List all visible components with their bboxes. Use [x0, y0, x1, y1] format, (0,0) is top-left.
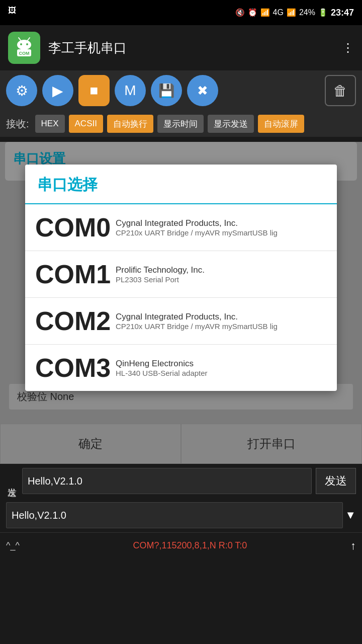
com-details-3: QinHeng Electronics HL-340 USB-Serial ad…	[116, 359, 208, 377]
scroll-up-icon[interactable]: ↑	[350, 539, 356, 552]
expand-button[interactable]: ✖	[187, 75, 218, 106]
android-serial-icon: COM	[11, 35, 37, 61]
com-vendor-2: Cygnal Integrated Products, Inc.	[116, 312, 278, 322]
com-item-0[interactable]: COM0 Cygnal Integrated Products, Inc. CP…	[25, 204, 337, 251]
app-title: 李工手机串口	[48, 39, 342, 57]
auto-scroll-button[interactable]: 自动滚屏	[258, 115, 304, 133]
bluetooth-icon: 🔇	[235, 8, 245, 17]
play-icon: ▶	[52, 83, 63, 99]
com-details-1: Prolific Technology, Inc. PL2303 Serial …	[116, 265, 205, 284]
com-device-3: HL-340 USB-Serial adapter	[116, 369, 208, 377]
time-display: 23:47	[331, 8, 354, 18]
com-selection-dialog: 串口选择 COM0 Cygnal Integrated Products, In…	[25, 165, 337, 391]
svg-point-1	[17, 40, 31, 50]
com-vendor-0: Cygnal Integrated Products, Inc.	[116, 218, 278, 228]
more-menu-icon[interactable]: ⋮	[342, 41, 354, 55]
signal-icon: 📶	[287, 8, 296, 17]
com-device-0: CP210x UART Bridge / myAVR mySmartUSB li…	[116, 228, 278, 237]
wifi-icon: 📶	[260, 8, 270, 17]
com-status-text: COM?,115200,8,1,N R:0 T:0	[30, 540, 350, 551]
status-bottom-bar: ^_^ COM?,115200,8,1,N R:0 T:0 ↑	[0, 532, 362, 558]
com-device-2: CP210x UART Bridge / myAVR mySmartUSB li…	[116, 322, 278, 331]
send-button[interactable]: 发送	[316, 468, 356, 494]
toolbar: ⚙ ▶ ■ M 💾 ✖ 🗑	[0, 70, 362, 111]
preset-row: ▼	[0, 498, 362, 532]
play-button[interactable]: ▶	[42, 75, 73, 106]
com-port-3: COM3	[35, 353, 116, 383]
send-row: 发送 发送	[0, 464, 362, 498]
trash-button[interactable]: 🗑	[325, 75, 356, 106]
stop-icon: ■	[90, 83, 99, 99]
com-details-0: Cygnal Integrated Products, Inc. CP210x …	[116, 218, 278, 237]
com-details-2: Cygnal Integrated Products, Inc. CP210x …	[116, 312, 278, 331]
expand-icon: ✖	[197, 83, 208, 99]
app-bar: COM 李工手机串口 ⋮	[0, 25, 362, 70]
settings-button[interactable]: ⚙	[6, 75, 37, 106]
trash-icon: 🗑	[333, 83, 347, 99]
com-port-2: COM2	[35, 306, 116, 336]
show-time-button[interactable]: 显示时间	[157, 115, 204, 133]
svg-point-3	[26, 43, 28, 45]
com-port-0: COM0	[35, 212, 116, 243]
network-type: 4G	[273, 8, 284, 17]
gear-icon: ⚙	[16, 83, 28, 99]
dialog-title: 串口选择	[37, 176, 98, 193]
preset-arrow-icon: ▼	[345, 509, 356, 522]
com-vendor-3: QinHeng Electronics	[116, 359, 208, 369]
com-item-3[interactable]: COM3 QinHeng Electronics HL-340 USB-Seri…	[25, 345, 337, 391]
com-port-1: COM1	[35, 259, 116, 289]
alarm-icon: ⏰	[248, 8, 257, 17]
receive-label: 接收:	[6, 117, 29, 131]
com-device-1: PL2303 Serial Port	[116, 275, 205, 284]
macro-icon: M	[124, 83, 136, 99]
auto-wrap-button[interactable]: 自动换行	[107, 115, 153, 133]
svg-point-2	[20, 43, 22, 45]
com-item-2[interactable]: COM2 Cygnal Integrated Products, Inc. CP…	[25, 298, 337, 345]
main-content: 串口设置 校验位 None 串口选择 COM0 Cygnal Integrate…	[0, 142, 362, 464]
status-emoticon: ^_^	[6, 540, 20, 551]
ascii-button[interactable]: ACSII	[69, 115, 103, 133]
com-item-1[interactable]: COM1 Prolific Technology, Inc. PL2303 Se…	[25, 251, 337, 298]
save-button[interactable]: 💾	[151, 75, 182, 106]
battery-icon: 🔋	[318, 8, 328, 17]
receive-bar: 接收: HEX ACSII 自动换行 显示时间 显示发送 自动滚屏	[0, 111, 362, 137]
svg-text:COM: COM	[19, 51, 30, 56]
send-input[interactable]	[22, 468, 312, 494]
show-send-button[interactable]: 显示发送	[208, 115, 254, 133]
status-bar: 🖼 🔇 ⏰ 📶 4G 📶 24% 🔋 23:47	[0, 0, 362, 25]
battery-level: 24%	[299, 8, 315, 17]
app-icon: COM	[8, 32, 40, 64]
save-icon: 💾	[158, 83, 174, 99]
macro-button[interactable]: M	[115, 75, 146, 106]
dialog-header: 串口选择	[25, 165, 337, 204]
preset-input[interactable]	[6, 502, 343, 528]
stop-button[interactable]: ■	[78, 75, 110, 106]
com-vendor-1: Prolific Technology, Inc.	[116, 265, 205, 275]
send-area: 发送 发送 ▼	[0, 464, 362, 532]
hex-button[interactable]: HEX	[35, 115, 65, 133]
notification-icon: 🖼	[8, 6, 16, 15]
status-icons: 🔇 ⏰ 📶 4G 📶 24% 🔋 23:47	[235, 8, 354, 18]
